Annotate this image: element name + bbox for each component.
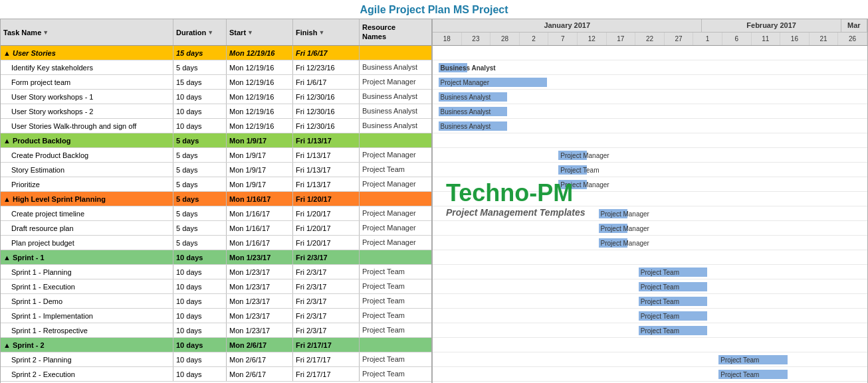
- duration-cell: 5 days: [173, 236, 227, 250]
- start-cell: Mon 12/19/16: [227, 60, 293, 74]
- table-row[interactable]: Create project timeline5 daysMon 1/16/17…: [1, 206, 431, 221]
- task-cell: Sprint 1 - Retrospective: [1, 323, 173, 337]
- gantt-bar: Project Manager: [439, 78, 548, 87]
- gantt-row: Project Team: [433, 367, 867, 382]
- finish-cell: Fri 1/20/17: [293, 206, 360, 220]
- table-row[interactable]: Create Product Backlog5 daysMon 1/9/17Fr…: [1, 148, 431, 163]
- finish-cell: Fri 1/13/17: [293, 163, 360, 177]
- finish-cell: Fri 1/6/17: [293, 75, 360, 89]
- table-row[interactable]: ▲ Product Backlog5 daysMon 1/9/17Fri 1/1…: [1, 133, 431, 148]
- col-header-task[interactable]: Task Name ▼: [1, 19, 173, 45]
- start-cell: Mon 2/6/17: [227, 338, 293, 352]
- gantt-bar: Project Team: [718, 370, 787, 379]
- start-cell: Mon 1/16/17: [227, 192, 293, 206]
- start-cell: Mon 1/9/17: [227, 148, 293, 162]
- duration-cell: 5 days: [173, 133, 227, 147]
- table-row[interactable]: Prioritize5 daysMon 1/9/17Fri 1/13/17Pro…: [1, 177, 431, 192]
- table-row[interactable]: Plan project budget5 daysMon 1/16/17Fri …: [1, 236, 431, 250]
- gantt-bar: Project Team: [639, 268, 707, 277]
- duration-cell: 5 days: [173, 192, 227, 206]
- table-row[interactable]: ▲ User Stories15 daysMon 12/19/16Fri 1/6…: [1, 46, 431, 60]
- table-row[interactable]: Sprint 1 - Execution10 daysMon 1/23/17Fr…: [1, 279, 431, 294]
- finish-cell: Fri 1/13/17: [293, 177, 360, 191]
- resource-cell: Project Team: [360, 309, 431, 323]
- gantt-month-feb: February 2017: [702, 19, 841, 32]
- task-cell: Create project timeline: [1, 206, 173, 220]
- table-row[interactable]: ▲ Sprint - 210 daysMon 2/6/17Fri 2/17/17: [1, 338, 431, 352]
- start-cell: Mon 1/23/17: [227, 250, 293, 264]
- gantt-bar: Project Manager: [599, 209, 627, 218]
- gantt-row: Project Team: [433, 309, 867, 323]
- task-cell: ▲ User Stories: [1, 46, 173, 60]
- finish-cell: Fri 12/23/16: [293, 60, 360, 74]
- gantt-day: 28: [490, 33, 520, 45]
- gantt-days: 18232827121722271611162126: [433, 33, 867, 45]
- task-cell: Sprint 1 - Planning: [1, 265, 173, 279]
- gantt-row: Business Analyst: [433, 104, 867, 119]
- task-cell: User Story workshops - 1: [1, 90, 173, 104]
- table-row[interactable]: Sprint 1 - Implementation10 daysMon 1/23…: [1, 309, 431, 323]
- table-row[interactable]: Identify Key stakeholders5 daysMon 12/19…: [1, 60, 431, 75]
- gantt-bar: Project Team: [639, 311, 707, 321]
- start-cell: Mon 1/23/17: [227, 323, 293, 337]
- duration-cell: 15 days: [173, 46, 227, 60]
- duration-cell: 10 days: [173, 323, 227, 337]
- gantt-row: [433, 338, 867, 352]
- table-row[interactable]: Sprint 1 - Planning10 daysMon 1/23/17Fri…: [1, 265, 431, 279]
- resource-cell: [360, 46, 431, 60]
- table-row[interactable]: User Stories Walk-through and sign off10…: [1, 119, 431, 133]
- gantt-bar: Project Team: [718, 355, 787, 364]
- col-header-duration[interactable]: Duration ▼: [173, 19, 227, 45]
- finish-cell: Fri 2/3/17: [293, 309, 360, 323]
- resource-cell: Project Manager: [360, 206, 431, 220]
- resource-cell: Project Team: [360, 265, 431, 279]
- table-row[interactable]: User Story workshops - 110 daysMon 12/19…: [1, 90, 431, 104]
- duration-cell: 10 days: [173, 367, 227, 381]
- gantt-row: Project Manager: [433, 236, 867, 250]
- table-row[interactable]: Sprint 1 - Demo10 daysMon 1/23/17Fri 2/3…: [1, 294, 431, 309]
- start-cell: Mon 1/23/17: [227, 294, 293, 308]
- table-body[interactable]: ▲ User Stories15 daysMon 12/19/16Fri 1/6…: [1, 46, 431, 383]
- table-row[interactable]: Draft resource plan5 daysMon 1/16/17Fri …: [1, 221, 431, 236]
- gantt-body[interactable]: Business AnalystProject ManagerBusiness …: [433, 46, 867, 383]
- gantt-header: January 2017 February 2017 Mar 182328271…: [433, 19, 867, 46]
- gantt-day: 2: [520, 33, 549, 45]
- task-cell: Draft resource plan: [1, 221, 173, 235]
- table-row[interactable]: ▲ Sprint - 110 daysMon 1/23/17Fri 2/3/17: [1, 250, 431, 265]
- finish-cell: Fri 2/3/17: [293, 250, 360, 264]
- finish-cell: Fri 1/20/17: [293, 192, 360, 206]
- resource-cell: Business Analyst: [360, 119, 431, 133]
- resource-cell: Project Team: [360, 367, 431, 381]
- table-row[interactable]: Sprint 2 - Planning10 daysMon 2/6/17Fri …: [1, 352, 431, 367]
- gantt-bar: Project Manager: [558, 151, 587, 160]
- start-cell: Mon 1/16/17: [227, 221, 293, 235]
- gantt-row: Business Analyst: [433, 60, 867, 75]
- resource-cell: [360, 192, 431, 206]
- task-cell: Sprint 1 - Implementation: [1, 309, 173, 323]
- finish-cell: Fri 12/30/16: [293, 90, 360, 104]
- gantt-bar: Project Team: [558, 165, 587, 175]
- resource-cell: [360, 133, 431, 147]
- duration-cell: 15 days: [173, 75, 227, 89]
- table-row[interactable]: Form project team15 daysMon 12/19/16Fri …: [1, 75, 431, 90]
- col-header-finish[interactable]: Finish ▼: [293, 19, 360, 45]
- gantt-day: 12: [578, 33, 607, 45]
- gantt-row: [433, 250, 867, 265]
- gantt-bar: Business Analyst: [439, 107, 507, 116]
- finish-cell: Fri 1/20/17: [293, 221, 360, 235]
- col-header-start[interactable]: Start ▼: [227, 19, 293, 45]
- table-row[interactable]: User Story workshops - 210 daysMon 12/19…: [1, 104, 431, 119]
- duration-cell: 5 days: [173, 177, 227, 191]
- resource-cell: Project Manager: [360, 221, 431, 235]
- table-row[interactable]: Story Estimation5 daysMon 1/9/17Fri 1/13…: [1, 163, 431, 177]
- table-row[interactable]: ▲ High Level Sprint Planning5 daysMon 1/…: [1, 192, 431, 206]
- gantt-row: Project Manager: [433, 206, 867, 221]
- resource-cell: Business Analyst: [360, 60, 431, 74]
- main-container: Task Name ▼ Duration ▼ Start ▼ Finish ▼ …: [0, 19, 868, 383]
- table-row[interactable]: Sprint 2 - Execution10 daysMon 2/6/17Fri…: [1, 367, 431, 382]
- table-row[interactable]: Sprint 1 - Retrospective10 daysMon 1/23/…: [1, 323, 431, 338]
- gantt-day: 26: [838, 33, 867, 45]
- task-cell: ▲ Product Backlog: [1, 133, 173, 147]
- resource-cell: Project Team: [360, 294, 431, 308]
- task-cell: Story Estimation: [1, 163, 173, 177]
